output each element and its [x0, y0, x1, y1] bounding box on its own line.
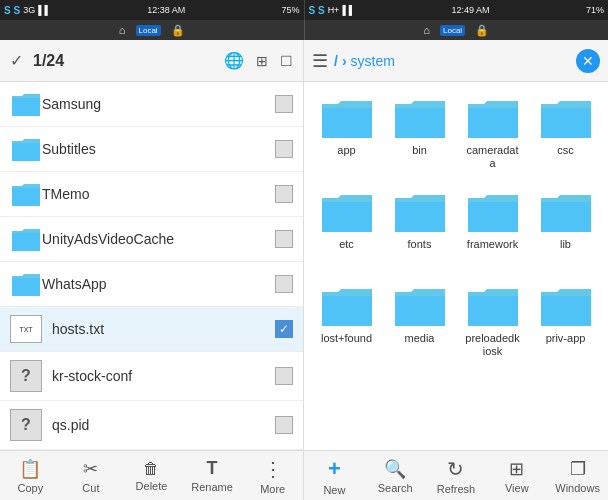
grid-folder-cameradata[interactable]: cameradata [458, 90, 527, 180]
view-icon: ⊞ [509, 458, 524, 480]
rename-button[interactable]: T Rename [182, 451, 243, 500]
grid-folder-privapp[interactable]: priv-app [531, 278, 600, 368]
more-icon: ⋮ [263, 457, 283, 481]
folder-icon [320, 96, 374, 140]
list-item[interactable]: UnityAdsVideoCache [0, 217, 303, 262]
delete-button[interactable]: 🗑 Delete [121, 451, 182, 500]
grid-folder-csc[interactable]: csc [531, 90, 600, 180]
folder-label: lib [560, 238, 571, 251]
folder-icon [539, 96, 593, 140]
list-item[interactable]: TMemo [0, 172, 303, 217]
folder-icon [539, 190, 593, 234]
right-time: 12:49 AM [452, 5, 490, 15]
list-item[interactable]: WhatsApp [0, 262, 303, 307]
right-signal: ▌▌ [342, 5, 355, 15]
grid-folder-app[interactable]: app [312, 90, 381, 180]
right-pane: ☰ / › system ✕ app [304, 40, 608, 500]
left-3g: 3G [23, 5, 35, 15]
select-all-icon[interactable]: ☐ [280, 53, 293, 69]
left-toolbar-icons: 🌐 ⊞ ☐ [224, 51, 293, 70]
folder-label: framework [467, 238, 518, 251]
left-s-logo: S S [4, 5, 20, 16]
grid-folder-bin[interactable]: bin [385, 90, 454, 180]
new-button[interactable]: + New [304, 451, 365, 500]
close-button[interactable]: ✕ [576, 49, 600, 73]
globe-icon[interactable]: 🌐 [224, 51, 244, 70]
file-name: WhatsApp [42, 276, 275, 292]
hamburger-icon[interactable]: ☰ [312, 50, 328, 72]
list-item[interactable]: ? qs.pid [0, 401, 303, 450]
grid-folder-lostfound[interactable]: lost+found [312, 278, 381, 368]
rename-icon: T [207, 458, 218, 479]
right-toolbar: ☰ / › system ✕ [304, 40, 608, 82]
file-name: kr-stock-conf [52, 368, 275, 384]
checkbox[interactable] [275, 185, 293, 203]
select-all-check[interactable]: ✓ [10, 51, 23, 70]
path-chevron: › [342, 53, 347, 69]
more-button[interactable]: ⋮ More [242, 451, 303, 500]
search-button[interactable]: 🔍 Search [365, 451, 426, 500]
folder-icon [539, 284, 593, 328]
checkbox[interactable] [275, 275, 293, 293]
folder-icon [10, 180, 42, 208]
left-signal: ▌▌ [38, 5, 51, 15]
new-label: New [323, 484, 345, 496]
grid-folder-etc[interactable]: etc [312, 184, 381, 274]
txt-file-icon: TXT [10, 315, 42, 343]
folder-icon [393, 190, 447, 234]
folder-icon [10, 90, 42, 118]
folder-label: cameradata [467, 144, 519, 170]
search-icon: 🔍 [384, 458, 406, 480]
checkbox[interactable] [275, 140, 293, 158]
grid-view-icon[interactable]: ⊞ [256, 53, 268, 69]
folder-label: media [405, 332, 435, 345]
grid-folder-media[interactable]: media [385, 278, 454, 368]
left-nav-home[interactable]: ⌂ [119, 24, 126, 36]
unknown-file-icon: ? [10, 409, 42, 441]
file-name: TMemo [42, 186, 275, 202]
folder-icon [393, 284, 447, 328]
grid-folder-preloadedkiosk[interactable]: preloadedkiosk [458, 278, 527, 368]
checkbox[interactable] [275, 367, 293, 385]
left-pane-title: 1/24 [33, 52, 214, 70]
copy-label: Copy [17, 482, 43, 494]
view-button[interactable]: ⊞ View [486, 451, 547, 500]
copy-button[interactable]: 📋 Copy [0, 451, 61, 500]
right-battery: 71% [586, 5, 604, 15]
refresh-button[interactable]: ↻ Refresh [426, 451, 487, 500]
checkbox[interactable] [275, 416, 293, 434]
grid-folder-fonts[interactable]: fonts [385, 184, 454, 274]
folder-icon [393, 96, 447, 140]
left-local-badge: Local [136, 25, 161, 36]
right-status-bar: S S H+ ▌▌ 12:49 AM 71% [304, 0, 609, 20]
windows-button[interactable]: ❐ Windows [547, 451, 608, 500]
checkbox[interactable] [275, 230, 293, 248]
folder-icon [10, 225, 42, 253]
rename-label: Rename [191, 481, 233, 493]
folder-label: csc [557, 144, 574, 157]
checkbox[interactable] [275, 95, 293, 113]
list-item[interactable]: TXT hosts.txt ✓ [0, 307, 303, 352]
folder-icon [10, 270, 42, 298]
checkbox-checked[interactable]: ✓ [275, 320, 293, 338]
list-item[interactable]: ? kr-stock-conf [0, 352, 303, 401]
left-status-bar: S S 3G ▌▌ 12:38 AM 75% [0, 0, 304, 20]
path-system: system [351, 53, 395, 69]
cut-icon: ✂ [83, 458, 98, 480]
left-battery: 75% [281, 5, 299, 15]
grid-folder-framework[interactable]: framework [458, 184, 527, 274]
folder-label: preloadedkiosk [465, 332, 519, 358]
file-name: UnityAdsVideoCache [42, 231, 275, 247]
folder-grid: app bin cameradata [304, 82, 608, 450]
file-name: Subtitles [42, 141, 275, 157]
cut-button[interactable]: ✂ Cut [61, 451, 122, 500]
list-item[interactable]: Samsung [0, 82, 303, 127]
folder-label: etc [339, 238, 354, 251]
list-item[interactable]: Subtitles [0, 127, 303, 172]
main-area: ✓ 1/24 🌐 ⊞ ☐ Samsung [0, 40, 608, 500]
cut-label: Cut [82, 482, 99, 494]
right-bottom-toolbar: + New 🔍 Search ↻ Refresh ⊞ View ❐ Window… [304, 450, 608, 500]
right-nav-home[interactable]: ⌂ [423, 24, 430, 36]
grid-folder-lib[interactable]: lib [531, 184, 600, 274]
new-icon: + [328, 456, 341, 482]
